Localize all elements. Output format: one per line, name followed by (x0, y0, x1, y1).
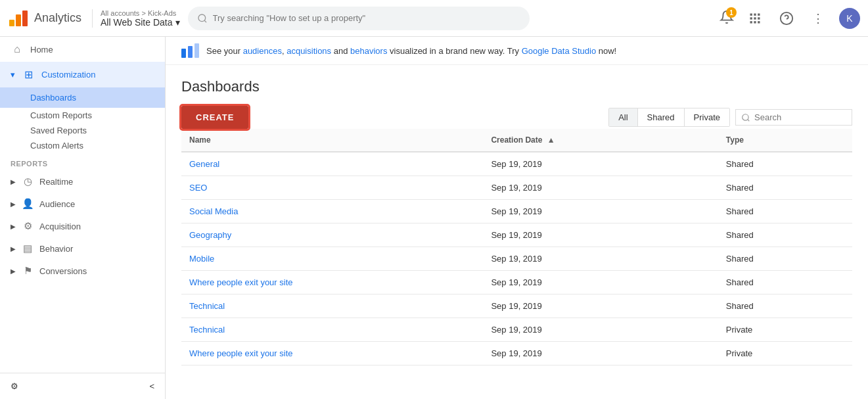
svg-rect-9 (754, 17, 756, 19)
table-row: Where people exit your site Sep 19, 2019… (181, 342, 852, 365)
svg-rect-7 (758, 13, 760, 15)
page-title: Dashboards (181, 78, 852, 95)
svg-rect-1 (16, 14, 21, 26)
dashboard-link[interactable]: Technical (189, 301, 225, 311)
filter-shared-button[interactable]: Shared (638, 108, 685, 126)
sidebar-item-audience[interactable]: ▶ 👤 Audience (0, 193, 165, 215)
dropdown-arrow-icon: ▾ (175, 17, 180, 28)
table-search-input[interactable] (754, 112, 846, 122)
dashboard-link[interactable]: SEO (189, 183, 207, 193)
audience-icon: 👤 (21, 198, 34, 210)
dashboard-link[interactable]: Where people exit your site (189, 348, 293, 358)
account-name[interactable]: All Web Site Data ▾ (101, 17, 179, 28)
settings-icon: ⚙ (11, 381, 18, 391)
row-type-cell: Shared (718, 152, 852, 176)
sidebar-item-customization[interactable]: ▾ ⊞ Customization (0, 62, 165, 87)
notif-badge: 1 (726, 7, 737, 18)
row-name-cell[interactable]: Technical (181, 318, 483, 342)
filter-private-button[interactable]: Private (685, 108, 729, 126)
banner-logo-icon (181, 43, 200, 58)
svg-rect-8 (750, 17, 752, 19)
expand-realtime-icon: ▶ (11, 178, 16, 185)
global-search-bar[interactable] (188, 7, 530, 30)
dashboard-link[interactable]: Technical (189, 325, 225, 335)
svg-rect-11 (750, 21, 752, 23)
svg-rect-2 (22, 11, 28, 26)
row-name-cell[interactable]: Technical (181, 294, 483, 318)
global-search-input[interactable] (213, 13, 520, 23)
help-button[interactable] (776, 8, 797, 29)
row-name-cell[interactable]: SEO (181, 176, 483, 200)
top-nav: Analytics All accounts > Kick-Ads All We… (0, 0, 868, 37)
sidebar-item-realtime[interactable]: ▶ ◷ Realtime (0, 170, 165, 193)
svg-point-3 (198, 14, 206, 22)
main-layout: ⌂ Home ▾ ⊞ Customization Dashboards Cust… (0, 37, 868, 399)
search-icon (197, 13, 208, 24)
filter-buttons: All Shared Private (608, 108, 730, 127)
row-name-cell[interactable]: Geography (181, 223, 483, 247)
row-date-cell: Sep 19, 2019 (483, 223, 718, 247)
row-name-cell[interactable]: Where people exit your site (181, 271, 483, 294)
toolbar: CREATE All Shared Private (181, 106, 852, 129)
collapse-icon[interactable]: < (149, 381, 154, 391)
svg-rect-13 (758, 21, 760, 23)
more-options-button[interactable]: ⋮ (808, 8, 829, 29)
table-row: Technical Sep 19, 2019 Private (181, 318, 852, 342)
user-avatar[interactable]: K (839, 8, 860, 29)
dashboards-section: Dashboards CREATE All Shared Private (166, 65, 868, 379)
sidebar-item-behavior[interactable]: ▶ ▤ Behavior (0, 237, 165, 260)
audiences-link[interactable]: audiences (243, 46, 282, 56)
logo-area: Analytics (8, 8, 81, 29)
col-header-date[interactable]: Creation Date ▲ (483, 129, 718, 152)
acquisitions-link[interactable]: acquisitions (286, 46, 331, 56)
behaviors-link[interactable]: behaviors (350, 46, 387, 56)
filter-all-button[interactable]: All (609, 108, 637, 126)
row-date-cell: Sep 19, 2019 (483, 176, 718, 200)
sidebar-sub-saved-reports[interactable]: Saved Reports (0, 123, 165, 138)
sort-icon: ▲ (547, 135, 555, 145)
analytics-logo (8, 8, 29, 29)
main-content: See your audiences, acquisitions and beh… (166, 37, 868, 399)
sidebar-home-label: Home (30, 45, 53, 55)
svg-line-20 (748, 119, 750, 121)
behavior-icon: ▤ (21, 243, 34, 254)
sidebar-sub-dashboards[interactable]: Dashboards (0, 87, 165, 108)
row-date-cell: Sep 19, 2019 (483, 271, 718, 294)
search-table-icon (741, 113, 750, 122)
dashboard-link[interactable]: Geography (189, 230, 231, 240)
row-name-cell[interactable]: General (181, 152, 483, 176)
row-name-cell[interactable]: Mobile (181, 247, 483, 271)
dashboard-link[interactable]: Mobile (189, 254, 214, 264)
col-header-type: Type (718, 129, 852, 152)
expand-audience-icon: ▶ (11, 200, 16, 208)
dashboard-link[interactable]: Social Media (189, 206, 238, 216)
svg-rect-12 (754, 21, 756, 23)
sidebar-item-conversions[interactable]: ▶ ⚑ Conversions (0, 260, 165, 282)
dashboard-link[interactable]: General (189, 159, 219, 169)
account-info: All accounts > Kick-Ads All Web Site Dat… (92, 9, 179, 28)
table-row: Geography Sep 19, 2019 Shared (181, 223, 852, 247)
row-name-cell[interactable]: Where people exit your site (181, 342, 483, 365)
gds-link[interactable]: Google Data Studio (522, 46, 596, 56)
sidebar-sub-custom-alerts[interactable]: Custom Alerts (0, 138, 165, 153)
dashboards-table: Name Creation Date ▲ Type (181, 129, 852, 365)
dashboard-link[interactable]: Where people exit your site (189, 277, 293, 287)
apps-button[interactable] (744, 8, 765, 29)
row-name-cell[interactable]: Social Media (181, 200, 483, 223)
sidebar: ⌂ Home ▾ ⊞ Customization Dashboards Cust… (0, 37, 166, 399)
row-type-cell: Private (718, 318, 852, 342)
sidebar-bottom[interactable]: ⚙ < (0, 373, 165, 399)
sidebar-item-home[interactable]: ⌂ Home (0, 37, 165, 62)
svg-rect-16 (181, 49, 186, 58)
notifications-button[interactable]: 1 (720, 10, 734, 26)
col-header-name: Name (181, 129, 483, 152)
table-search-wrap[interactable] (735, 109, 852, 126)
sidebar-sub-custom-reports[interactable]: Custom Reports (0, 108, 165, 123)
sidebar-item-acquisition[interactable]: ▶ ⚙ Acquisition (0, 215, 165, 237)
svg-rect-0 (9, 20, 14, 26)
apps-icon (748, 12, 762, 25)
create-button[interactable]: CREATE (181, 106, 248, 129)
svg-rect-18 (194, 43, 199, 58)
table-row: Technical Sep 19, 2019 Shared (181, 294, 852, 318)
row-type-cell: Shared (718, 294, 852, 318)
